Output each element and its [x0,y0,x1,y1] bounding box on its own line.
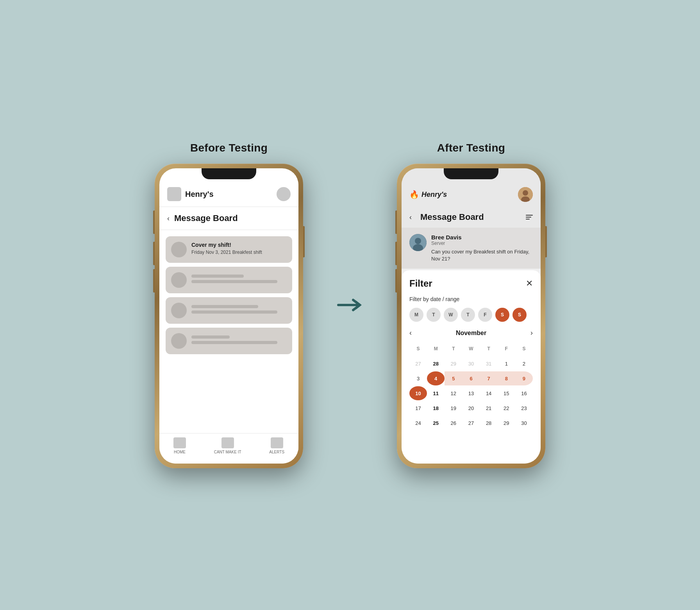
msg-content-2 [191,272,287,283]
cal-day-13[interactable]: 13 [462,386,480,400]
cal-next-button[interactable]: › [530,329,533,337]
msg-content-1: Cover my shift! Friday Nov 3, 2021 Break… [191,242,287,255]
day-monday[interactable]: M [409,308,423,322]
cal-day-23[interactable]: 23 [515,401,533,415]
day-thursday[interactable]: T [461,308,475,322]
cal-day-27-prev[interactable]: 27 [409,357,427,371]
cal-day-1[interactable]: 1 [498,357,515,371]
cal-day-14[interactable]: 14 [480,386,498,400]
msg-line [191,275,244,278]
cal-day-30-prev[interactable]: 30 [462,357,480,371]
cal-day-7[interactable]: 7 [480,371,498,385]
cal-day-3[interactable]: 3 [409,371,427,385]
filter-line-1 [526,215,533,216]
cal-header-sun: S [409,342,427,356]
cal-day-5[interactable]: 5 [445,371,462,385]
before-nav-title: Message Board [174,213,238,223]
before-avatar[interactable] [277,187,291,201]
before-phone: Henry's ‹ Message Board [155,164,303,468]
cal-day-17[interactable]: 17 [409,401,427,415]
back-arrow-icon[interactable]: ‹ [167,214,170,223]
filter-line-2 [526,217,531,218]
cal-day-2[interactable]: 2 [515,357,533,371]
henrys-logo: 🔥 Henry's [409,190,447,199]
cal-header-tue: T [445,342,462,356]
after-title: After Testing [437,142,505,154]
cal-day-31-prev[interactable]: 31 [480,357,498,371]
cal-day-4[interactable]: 4 [427,371,445,385]
cal-day-26[interactable]: 26 [445,416,462,430]
cal-day-10[interactable]: 10 [409,386,427,400]
cal-day-12[interactable]: 12 [445,386,462,400]
user-photo-avatar[interactable] [518,187,533,202]
message-card-2[interactable] [166,267,292,293]
cal-day-20[interactable]: 20 [462,401,480,415]
cal-day-28[interactable]: 28 [427,357,445,371]
filter-modal-title: Filter [409,278,432,289]
cal-week-3: 10 11 12 13 14 15 16 [409,386,533,400]
cal-day-22[interactable]: 22 [498,401,515,415]
message-card-4[interactable] [166,328,292,354]
day-wednesday[interactable]: W [444,308,458,322]
cal-day-11[interactable]: 11 [427,386,445,400]
cal-day-29-prev[interactable]: 29 [445,357,462,371]
bree-avatar-svg [409,234,427,251]
svg-point-5 [415,238,421,244]
preview-avatar [409,234,427,251]
day-friday[interactable]: F [478,308,492,322]
before-header-left: Henry's [167,187,214,201]
after-nav: ‹ Message Board [402,207,541,228]
msg-line [191,280,277,283]
cal-day-25[interactable]: 25 [427,416,445,430]
cal-day-28[interactable]: 28 [480,416,498,430]
calendar: ‹ November › S M T W T F [409,329,533,430]
cal-header-row: S M T W T F S [409,342,533,356]
before-message-list: Cover my shift! Friday Nov 3, 2021 Break… [159,230,298,433]
msg-lines-2 [191,275,287,283]
nav-cant-make-it[interactable]: CANT MAKE IT [214,437,241,454]
cal-header-fri: F [498,342,515,356]
cal-day-8[interactable]: 8 [498,371,515,385]
cal-day-18[interactable]: 18 [427,401,445,415]
before-phone-inner: Henry's ‹ Message Board [159,168,298,464]
cal-header-wed: W [462,342,480,356]
arrow-container [334,295,366,315]
message-preview: Bree Davis Server Can you cover my Break… [402,228,541,269]
after-back-arrow-icon[interactable]: ‹ [409,213,412,221]
msg-line [191,305,258,308]
cal-day-19[interactable]: 19 [445,401,462,415]
cal-day-16[interactable]: 16 [515,386,533,400]
after-nav-title: Message Board [420,212,484,222]
nav-alerts[interactable]: ALERTS [269,437,284,454]
msg-avatar-3 [171,303,187,318]
cal-day-24[interactable]: 24 [409,416,427,430]
cal-header-thu: T [480,342,498,356]
filter-line-3 [526,219,530,219]
preview-content: Bree Davis Server Can you cover my Break… [431,234,533,262]
cal-day-27[interactable]: 27 [462,416,480,430]
cal-day-21[interactable]: 21 [480,401,498,415]
day-sunday[interactable]: S [512,308,527,322]
after-screen: 🔥 Henry's [402,168,541,464]
message-card-1[interactable]: Cover my shift! Friday Nov 3, 2021 Break… [166,236,292,263]
day-saturday[interactable]: S [495,308,509,322]
user-photo-inner [518,187,533,202]
nav-alerts-label: ALERTS [269,450,284,454]
day-pills: M T W T F S S [409,308,533,322]
filter-close-button[interactable]: ✕ [526,278,533,289]
svg-marker-0 [356,301,362,309]
msg-content-4 [191,333,287,344]
nav-home[interactable]: HOME [173,437,186,454]
message-card-3[interactable] [166,297,292,324]
cal-month-label: November [456,330,486,337]
cal-day-30[interactable]: 30 [515,416,533,430]
cal-day-9[interactable]: 9 [515,371,533,385]
cal-day-6[interactable]: 6 [462,371,480,385]
day-tuesday[interactable]: T [427,308,441,322]
msg-avatar-1 [171,242,187,257]
filter-icon[interactable] [526,215,533,219]
cal-prev-button[interactable]: ‹ [409,329,412,337]
fire-icon: 🔥 [409,190,419,199]
cal-day-29[interactable]: 29 [498,416,515,430]
cal-day-15[interactable]: 15 [498,386,515,400]
